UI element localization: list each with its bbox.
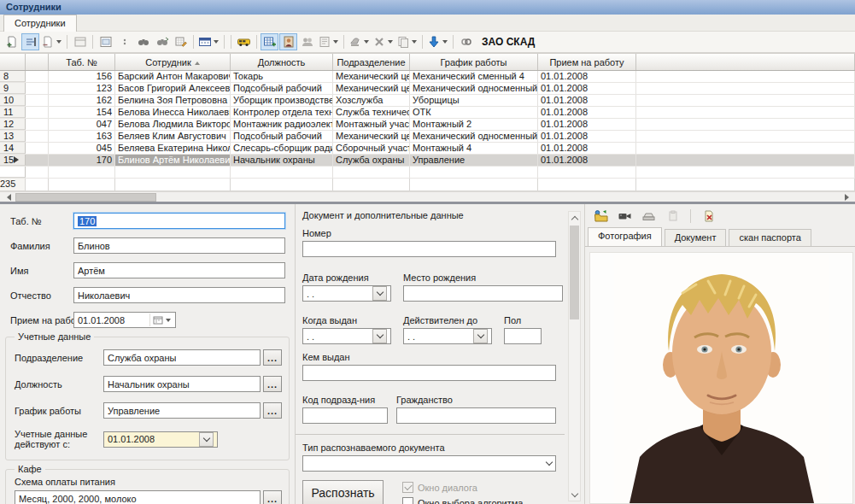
cell-schedule[interactable]: Механический односменный — [410, 131, 538, 142]
row-number-cell[interactable]: 10 — [0, 95, 26, 106]
schedule-icon[interactable] — [197, 33, 220, 50]
division-code-input[interactable] — [302, 407, 388, 424]
header-hired[interactable]: Прием на работу — [538, 54, 636, 70]
cell-filler[interactable] — [636, 107, 855, 118]
calendar-icon[interactable] — [149, 314, 172, 326]
photo-paste-icon[interactable] — [664, 208, 682, 225]
table-row[interactable]: 13 163 Беляев Клим Августович Подсобный … — [0, 131, 855, 143]
cell-schedule[interactable]: Монтажный 4 — [410, 143, 538, 154]
cell-position[interactable]: Начальник охраны — [231, 155, 333, 166]
header-position[interactable]: Должность — [231, 54, 333, 70]
row-blank-cell[interactable] — [26, 119, 49, 130]
cell-department[interactable]: Служба техническог — [333, 107, 410, 118]
cell-position[interactable]: Токарь — [231, 71, 333, 82]
group-view-icon[interactable] — [298, 33, 316, 50]
department-browse-button[interactable]: ... — [263, 349, 282, 366]
cell-employee[interactable]: Басов Григорий Алексеевич — [115, 83, 231, 94]
vehicle-icon[interactable] — [235, 33, 253, 50]
cell-tab-no[interactable]: 170 — [49, 155, 115, 166]
table-row[interactable]: 10 162 Белкина Зоя Петрововна Уборщик пр… — [0, 95, 855, 107]
cell-tab-no[interactable]: 047 — [49, 119, 115, 130]
cell-position[interactable]: Уборщик производственны — [231, 95, 333, 106]
table-row[interactable]: 9 123 Басов Григорий Алексеевич Подсобны… — [0, 83, 855, 95]
row-blank-cell[interactable] — [26, 155, 49, 166]
cell-employee[interactable]: Белова Людмила Викторовна — [115, 119, 231, 130]
algorithm-window-checkbox[interactable] — [402, 497, 413, 504]
row-blank-cell[interactable] — [26, 71, 49, 82]
cell-department[interactable]: Монтажный участок — [333, 119, 410, 130]
card-properties-icon[interactable] — [71, 33, 89, 50]
first-name-input[interactable]: Артём — [73, 262, 285, 278]
link-icon[interactable] — [457, 33, 475, 50]
cell-employee[interactable]: Барский Антон Макарович — [115, 71, 231, 82]
cell-position[interactable]: Контролер отдела техниче — [231, 107, 333, 118]
cell-position[interactable]: Подсобный рабочий — [231, 83, 333, 94]
cell-employee[interactable]: Белова Инесса Николаевна — [115, 107, 231, 118]
row-number-cell[interactable]: 12 — [0, 119, 26, 130]
cell-employee[interactable]: Блинов Артём Николаевич — [115, 155, 231, 166]
row-number-cell[interactable]: 13 — [0, 131, 26, 142]
photo-view-icon[interactable] — [279, 33, 297, 50]
row-blank-cell[interactable] — [26, 83, 49, 94]
header-employee[interactable]: Сотрудник — [115, 54, 231, 70]
row-number-cell[interactable]: 14 — [0, 143, 26, 154]
cell-filler[interactable] — [636, 95, 855, 106]
scrollbar-thumb[interactable] — [570, 226, 579, 319]
document-panel-scrollbar[interactable] — [568, 211, 581, 501]
cell-tab-no[interactable]: 162 — [49, 95, 115, 106]
send-icon[interactable] — [348, 33, 371, 50]
tab-photo[interactable]: Фотография — [588, 227, 662, 246]
add-record-icon[interactable] — [3, 33, 20, 50]
copy-icon[interactable] — [395, 33, 419, 50]
delete-all-icon[interactable] — [372, 33, 395, 50]
table-row[interactable]: 8 156 Барский Антон Макарович Токарь Мех… — [0, 71, 855, 83]
cell-department[interactable]: Сборочный участок — [333, 143, 410, 154]
issued-by-input[interactable] — [302, 365, 556, 381]
row-number-cell[interactable]: 11 — [0, 107, 26, 118]
issued-when-input[interactable]: . . — [302, 328, 391, 344]
issued-when-dropdown-icon[interactable] — [372, 329, 387, 343]
cell-hired[interactable]: 01.01.2008 — [538, 131, 636, 142]
row-blank-cell[interactable] — [26, 131, 49, 142]
cell-position[interactable]: Слесарь-сборщик радиоэл — [231, 143, 333, 154]
cell-employee[interactable]: Беляева Екатерина Николаевна — [115, 143, 231, 154]
cell-department[interactable]: Механический цех — [333, 131, 410, 142]
dialog-window-checkbox[interactable] — [402, 482, 413, 493]
cell-hired[interactable]: 01.01.2008 — [538, 155, 636, 166]
row-number-cell[interactable]: 8 — [0, 71, 26, 82]
photo-open-icon[interactable] — [592, 208, 610, 225]
row-blank-cell[interactable] — [26, 143, 49, 154]
scrollbar-thumb[interactable] — [15, 193, 156, 202]
cell-position[interactable]: Монтажник радиоэлектрон — [231, 119, 333, 130]
schedule-browse-button[interactable]: ... — [263, 402, 282, 419]
row-blank-cell[interactable] — [26, 107, 49, 118]
cell-filler[interactable] — [636, 83, 855, 94]
cell-hired[interactable]: 01.01.2008 — [538, 107, 636, 118]
cell-schedule[interactable]: Монтажный 2 — [410, 119, 538, 130]
cell-schedule[interactable]: Управление — [410, 155, 538, 166]
cell-filler[interactable] — [636, 155, 855, 166]
scroll-down-icon[interactable] — [569, 489, 580, 501]
cell-filler[interactable] — [636, 119, 855, 130]
cell-department[interactable]: Механический цех — [333, 83, 410, 94]
cell-department[interactable]: Механический цех — [333, 71, 410, 82]
valid-until-dropdown-icon[interactable] — [473, 329, 488, 343]
row-blank-cell[interactable] — [26, 95, 49, 106]
cell-hired[interactable]: 01.01.2008 — [538, 119, 636, 130]
cell-schedule[interactable]: Уборщицы — [410, 95, 538, 106]
valid-until-input[interactable]: . . — [403, 328, 492, 344]
cell-filler[interactable] — [636, 131, 855, 142]
tab-employees[interactable]: Сотрудники — [3, 15, 77, 32]
cell-employee[interactable]: Белкина Зоя Петрововна — [115, 95, 231, 106]
cell-tab-no[interactable]: 045 — [49, 143, 115, 154]
table-row[interactable]: 11 154 Белова Инесса Николаевна Контроле… — [0, 107, 855, 119]
cell-department[interactable]: Хозслужба — [333, 95, 410, 106]
middle-name-input[interactable]: Николаевич — [73, 287, 285, 303]
photo-scanner-icon[interactable] — [640, 208, 658, 225]
valid-from-dropdown-icon[interactable] — [199, 432, 214, 447]
cell-tab-no[interactable]: 123 — [49, 83, 115, 94]
tab-passport-scan[interactable]: скан паспорта — [729, 229, 811, 246]
hired-date-input[interactable]: 01.01.2008 — [73, 312, 176, 328]
citizenship-input[interactable] — [396, 407, 556, 424]
birth-date-input[interactable]: . . — [302, 285, 391, 302]
